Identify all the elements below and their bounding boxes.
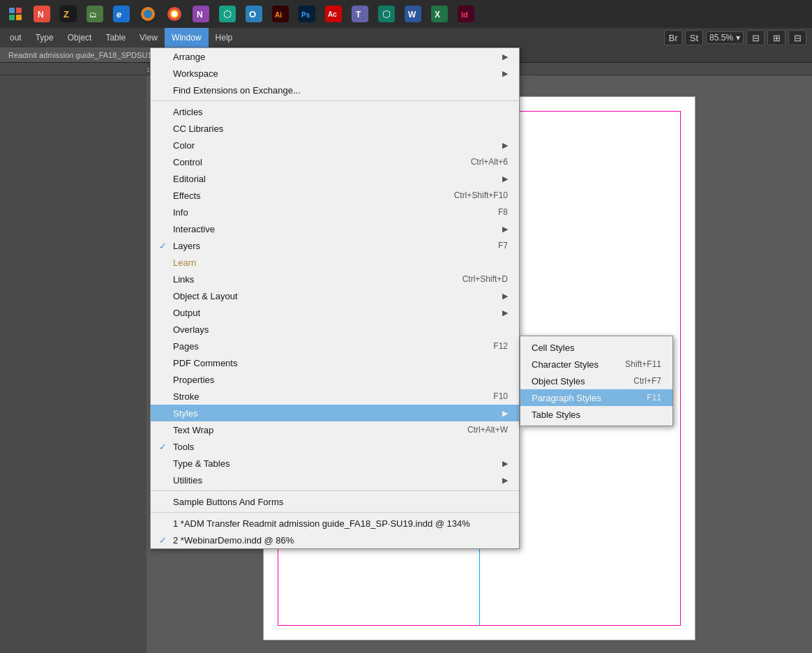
teams-icon[interactable]: T: [347, 1, 373, 27]
svg-text:W: W: [408, 10, 416, 20]
check-icon: ✓: [159, 442, 167, 452]
svg-text:⬡: ⬡: [223, 8, 232, 20]
chrome-icon[interactable]: [162, 1, 187, 27]
menu-item-output[interactable]: Output ▶: [151, 304, 519, 321]
svg-rect-2: [9, 15, 15, 20]
menu-item-stroke[interactable]: Stroke F10: [151, 388, 519, 405]
menu-object[interactable]: Object: [61, 28, 99, 47]
menu-item-workspace[interactable]: Workspace ▶: [151, 65, 519, 82]
zoom-control[interactable]: 85.5% ▾: [706, 31, 744, 44]
panel-btn-1[interactable]: ⊟: [746, 30, 765, 45]
menubar-right: Br St 85.5% ▾ ⊟ ⊞ ⊟: [664, 30, 809, 45]
menu-item-tools[interactable]: ✓ Tools: [151, 438, 519, 455]
taskbar: N Z 🗂 e N ⬡ O Ai Ps Ac T ⬡ W X Id: [0, 0, 812, 28]
svg-rect-1: [16, 8, 22, 13]
word-icon[interactable]: W: [400, 1, 426, 27]
menu-item-object-layout[interactable]: Object & Layout ▶: [151, 287, 519, 304]
menu-item-editorial[interactable]: Editorial ▶: [151, 170, 519, 187]
br-button[interactable]: Br: [664, 30, 682, 45]
submenu-cell-styles[interactable]: Cell Styles: [520, 339, 672, 356]
shortcut-control: Ctrl+Alt+6: [471, 157, 508, 167]
arrow-icon: ▶: [502, 141, 508, 150]
menu-item-overlays[interactable]: Overlays: [151, 321, 519, 338]
svg-text:e: e: [116, 9, 121, 20]
menu-item-pdf-comments[interactable]: PDF Comments: [151, 354, 519, 371]
indesign-icon[interactable]: Id: [453, 1, 479, 27]
menu-item-effects[interactable]: Effects Ctrl+Shift+F10: [151, 187, 519, 204]
svg-text:🗂: 🗂: [89, 10, 97, 19]
menu-item-styles[interactable]: Styles ▶: [151, 405, 519, 421]
menu-item-sample-buttons[interactable]: Sample Buttons And Forms: [151, 493, 519, 510]
menu-item-cc-libraries[interactable]: CC Libraries: [151, 120, 519, 137]
shortcut-layers: F7: [498, 241, 508, 250]
arrow-icon: ▶: [502, 69, 508, 78]
menu-window[interactable]: Window: [165, 28, 209, 47]
menu-item-color[interactable]: Color ▶: [151, 137, 519, 153]
styles-submenu: Cell Styles Character Styles Shift+F11 O…: [520, 336, 673, 426]
panel-btn-3[interactable]: ⊟: [788, 30, 806, 45]
menu-item-pages[interactable]: Pages F12: [151, 338, 519, 354]
arrow-icon: ▶: [502, 174, 508, 183]
menu-out[interactable]: out: [3, 28, 29, 47]
menu-item-interactive[interactable]: Interactive ▶: [151, 220, 519, 237]
menu-table[interactable]: Table: [98, 28, 133, 47]
menu-item-articles[interactable]: Articles: [151, 103, 519, 120]
finder-icon[interactable]: 🗂: [82, 1, 107, 27]
menu-item-control[interactable]: Control Ctrl+Alt+6: [151, 153, 519, 170]
panel-btn-2[interactable]: ⊞: [767, 30, 785, 45]
onenote-icon[interactable]: N: [188, 1, 213, 27]
submenu-paragraph-styles[interactable]: Paragraph Styles F11: [520, 389, 672, 406]
svg-text:N: N: [197, 10, 203, 20]
submenu-object-styles[interactable]: Object Styles Ctrl+F7: [520, 373, 672, 389]
acrobat-icon[interactable]: Ac: [321, 1, 346, 27]
menu-item-text-wrap[interactable]: Text Wrap Ctrl+Alt+W: [151, 421, 519, 438]
arrow-icon: ▶: [502, 308, 508, 317]
notability-icon[interactable]: N: [29, 1, 54, 27]
svg-text:O: O: [249, 9, 256, 20]
menu-item-properties[interactable]: Properties: [151, 371, 519, 388]
menu-item-doc-2[interactable]: ✓ 2 *WebinarDemo.indd @ 86%: [151, 532, 519, 548]
menu-help[interactable]: Help: [209, 28, 240, 47]
arrow-icon: ▶: [502, 459, 508, 468]
svg-text:Ai: Ai: [275, 11, 282, 19]
st-button[interactable]: St: [685, 30, 703, 45]
menu-item-utilities[interactable]: Utilities ▶: [151, 472, 519, 488]
excel-icon[interactable]: X: [427, 1, 452, 27]
left-panel: [0, 75, 146, 653]
submenu-table-styles[interactable]: Table Styles: [520, 406, 672, 423]
illustrator-icon[interactable]: Ai: [268, 1, 293, 27]
svg-text:Ac: Ac: [328, 10, 337, 18]
shortcut-pages: F12: [493, 341, 508, 351]
divider-2: [151, 490, 519, 491]
svg-text:Id: Id: [461, 10, 468, 19]
svg-text:Z: Z: [63, 9, 69, 20]
menu-item-find-extensions[interactable]: Find Extensions on Exchange...: [151, 82, 519, 98]
shortcut-links: Ctrl+Shift+D: [463, 274, 508, 284]
menu-type[interactable]: Type: [29, 28, 61, 47]
zoom-dropdown-icon[interactable]: ▾: [736, 33, 740, 43]
menu-item-arrange[interactable]: Arrange ▶: [151, 48, 519, 65]
menubar: out Type Object Table View Window Help B…: [0, 28, 812, 47]
menu-view[interactable]: View: [133, 28, 165, 47]
firefox-icon[interactable]: [135, 1, 160, 27]
menu-item-learn[interactable]: Learn: [151, 254, 519, 271]
svg-text:⬡: ⬡: [382, 8, 391, 20]
svg-text:X: X: [435, 10, 440, 20]
ie-icon[interactable]: e: [109, 1, 134, 27]
check-icon: ✓: [159, 535, 167, 546]
app2-icon[interactable]: ⬡: [374, 1, 399, 27]
outlook-icon[interactable]: O: [241, 1, 266, 27]
sketch-icon[interactable]: Z: [56, 1, 81, 27]
menu-item-layers[interactable]: ✓ Layers F7: [151, 237, 519, 254]
menu-item-info[interactable]: Info F8: [151, 204, 519, 220]
menu-item-links[interactable]: Links Ctrl+Shift+D: [151, 271, 519, 287]
app1-icon[interactable]: ⬡: [215, 1, 240, 27]
photoshop-icon[interactable]: Ps: [294, 1, 319, 27]
menu-item-type-tables[interactable]: Type & Tables ▶: [151, 455, 519, 472]
shortcut-stroke: F10: [493, 391, 508, 401]
menu-item-doc-1[interactable]: 1 *ADM Transfer Readmit admission guide_…: [151, 515, 519, 532]
tab-1[interactable]: Readmit admission guide_FA18_SPDSU1: [0, 47, 160, 62]
svg-rect-0: [9, 8, 15, 13]
launchpad-icon[interactable]: [3, 1, 28, 27]
submenu-character-styles[interactable]: Character Styles Shift+F11: [520, 356, 672, 373]
